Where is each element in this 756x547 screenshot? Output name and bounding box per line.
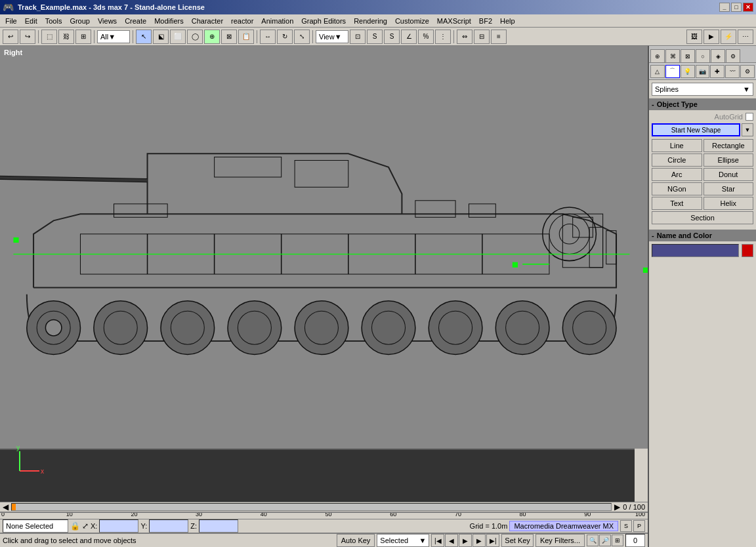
name-color-header[interactable]: - Name and Color (649, 230, 756, 241)
percent-snap-button[interactable]: % (418, 30, 434, 44)
select-link-button[interactable]: ⛓ (58, 30, 74, 44)
x-input[interactable] (99, 519, 138, 533)
menu-group[interactable]: Group (66, 16, 94, 26)
z-input[interactable] (199, 519, 238, 533)
redo-button[interactable]: ↪ (20, 30, 35, 44)
select-circle-button[interactable]: ◯ (187, 30, 203, 44)
menu-help[interactable]: Help (496, 16, 519, 26)
timeline-progress[interactable] (11, 503, 612, 511)
select-by-name-button[interactable]: 📋 (238, 30, 254, 44)
menu-modifiers[interactable]: Modifiers (150, 16, 188, 26)
object-type-header[interactable]: - Object Type (649, 98, 756, 110)
more-tools-button[interactable]: ⋯ (738, 30, 753, 44)
select-region-button[interactable]: ⬕ (153, 30, 169, 44)
mirror-button[interactable]: ⇔ (457, 30, 472, 44)
go-end-button[interactable]: ▶| (486, 534, 499, 547)
undo-button[interactable]: ↩ (3, 30, 18, 44)
menu-customize[interactable]: Customize (391, 16, 433, 26)
render-scene-button[interactable]: ▶ (704, 30, 719, 44)
name-input-field[interactable] (652, 244, 739, 257)
subtab-lights[interactable]: 💡 (681, 65, 695, 78)
align-button[interactable]: ⊟ (474, 30, 490, 44)
autogrid-checkbox[interactable] (746, 113, 753, 121)
start-new-shape-button[interactable]: Start New Shape (652, 123, 740, 136)
param-toggle[interactable]: P (633, 520, 645, 532)
snap-toggle[interactable]: S (620, 520, 632, 532)
select-obj-button[interactable]: ⬚ (41, 30, 57, 44)
menu-reactor[interactable]: reactor (227, 16, 257, 26)
menu-edit[interactable]: Edit (21, 16, 41, 26)
menu-animation[interactable]: Animation (257, 16, 297, 26)
ref-coord-dropdown[interactable]: View▼ (316, 30, 348, 43)
move-button[interactable]: ↔ (260, 30, 276, 44)
shape-ngon-button[interactable]: NGon (652, 182, 702, 195)
subtab-geometry[interactable]: △ (650, 65, 665, 78)
play-button[interactable]: ▶ (459, 534, 472, 547)
splines-dropdown[interactable]: Splines ▼ (652, 83, 753, 96)
subtab-helpers[interactable]: ✚ (710, 65, 724, 78)
minimize-button[interactable]: _ (719, 3, 730, 12)
menu-file[interactable]: File (1, 16, 21, 26)
subtab-cameras[interactable]: 📷 (696, 65, 710, 78)
shape-donut-button[interactable]: Donut (704, 168, 754, 181)
scale-button[interactable]: ⤡ (294, 30, 310, 44)
select-button[interactable]: ↖ (136, 30, 152, 44)
main-viewport[interactable]: Right (0, 46, 648, 449)
color-swatch[interactable] (742, 244, 753, 257)
selection-filter-dropdown[interactable]: All▼ (97, 30, 130, 43)
menu-graph-editors[interactable]: Graph Editors (297, 16, 350, 26)
shape-circle-button[interactable]: Circle (652, 153, 702, 167)
timeline-ruler[interactable]: 0 10 20 30 40 50 60 70 80 90 100 (0, 512, 648, 519)
key-filters-button[interactable]: Key Filters... (536, 534, 585, 547)
bottom-viewport[interactable]: x y (0, 449, 635, 501)
shape-rectangle-button[interactable]: Rectangle (704, 139, 754, 152)
shape-ellipse-button[interactable]: Ellipse (704, 153, 754, 167)
menu-maxscript[interactable]: MAXScript (433, 16, 475, 26)
timeline-left-arrow[interactable]: ◀ (3, 502, 9, 512)
shape-helix-button[interactable]: Helix (704, 197, 754, 210)
close-button[interactable]: ✕ (743, 3, 753, 12)
panel-tab-hierarchy[interactable]: ⊠ (681, 49, 695, 62)
menu-create[interactable]: Create (121, 16, 150, 26)
shape-text-button[interactable]: Text (652, 197, 702, 210)
auto-key-button[interactable]: Auto Key (337, 534, 375, 547)
spinner-snap-button[interactable]: ⋮ (435, 30, 451, 44)
select-rect-button[interactable]: ⬜ (170, 30, 186, 44)
lock-icon[interactable]: 🔒 (70, 521, 80, 531)
subtab-systems[interactable]: ⚙ (740, 65, 755, 78)
snap-2d-button[interactable]: S (367, 30, 383, 44)
timeline-right-arrow[interactable]: ▶ (614, 502, 620, 512)
panel-tab-modify[interactable]: ⌘ (665, 49, 680, 62)
prev-frame-button[interactable]: ◀ (445, 534, 458, 547)
window-crossing-button[interactable]: ⊠ (221, 30, 237, 44)
panel-tab-utilities[interactable]: ⚙ (726, 49, 740, 62)
subtab-spacewarps[interactable]: 〰 (725, 65, 740, 78)
shape-section-button[interactable]: Section (652, 211, 753, 224)
menu-tools[interactable]: Tools (41, 16, 66, 26)
panel-tab-create[interactable]: ⊕ (650, 49, 665, 62)
layer-manager-button[interactable]: ≡ (491, 30, 507, 44)
shape-star-button[interactable]: Star (704, 182, 754, 195)
use-pivot-button[interactable]: ⊡ (350, 30, 366, 44)
bind-to-space-warp[interactable]: ⊞ (75, 30, 91, 44)
menu-views[interactable]: Views (94, 16, 121, 26)
quick-render-button[interactable]: ⚡ (721, 30, 736, 44)
zoom-out-button[interactable]: 🔍 (587, 535, 598, 546)
rotate-button[interactable]: ↻ (277, 30, 293, 44)
maximize-button[interactable]: □ (731, 3, 742, 12)
shape-arc-button[interactable]: Arc (652, 168, 702, 181)
zoom-in-button[interactable]: 🔎 (599, 535, 611, 546)
panel-tab-motion[interactable]: ○ (696, 49, 710, 62)
shape-line-button[interactable]: Line (652, 139, 702, 152)
panel-tab-display[interactable]: ◈ (711, 49, 725, 62)
menu-bf2[interactable]: BF2 (475, 16, 496, 26)
y-input[interactable] (149, 519, 188, 533)
angle-snap-button[interactable]: ∠ (401, 30, 417, 44)
select-fence-button[interactable]: ⊕ (204, 30, 220, 44)
snap-3d-button[interactable]: S (384, 30, 400, 44)
start-new-shape-dropdown-btn[interactable]: ▼ (742, 123, 753, 136)
menu-rendering[interactable]: Rendering (350, 16, 391, 26)
menu-character[interactable]: Character (188, 16, 227, 26)
set-key-button[interactable]: Set Key (501, 534, 534, 547)
selected-dropdown[interactable]: Selected ▼ (377, 534, 429, 547)
